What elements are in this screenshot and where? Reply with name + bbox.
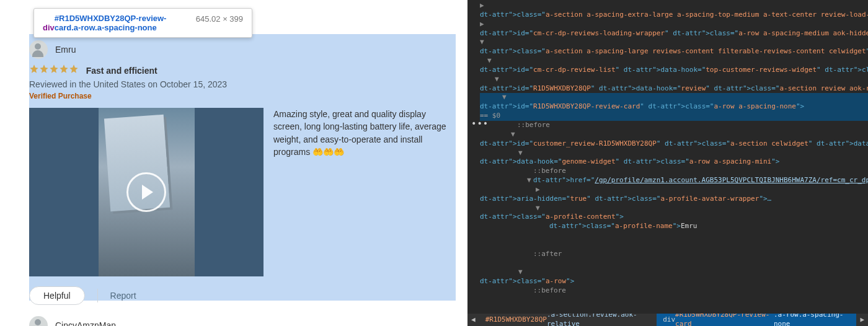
dom-pseudo[interactable]: ::before	[480, 121, 868, 130]
inspector-tooltip: div#R1D5WHXDBY28QP-review-card.a-row.a-s…	[33, 8, 252, 38]
review-actions: Helpful Report	[29, 286, 447, 305]
rating-title-row: Fast and efficient	[29, 64, 447, 76]
breadcrumb-item-selected[interactable]: div#R1D5WHXDBY28QP-review-card.a-row.a-s…	[657, 314, 856, 326]
dom-node[interactable]: ▶dt-attr">class="a-section a-spacing-ext…	[480, 1, 868, 20]
star-rating[interactable]	[29, 64, 79, 74]
dom-breadcrumb[interactable]: ◀ #R1D5WHXDBY28QP.a-section.review.aok-r…	[467, 314, 868, 326]
review-card[interactable]: Emru Fast and efficient Reviewed in the …	[29, 34, 456, 301]
inspector-tooltip-selector: div#R1D5WHXDBY28QP-review-card.a-row.a-s…	[43, 14, 179, 32]
avatar[interactable]	[29, 316, 48, 326]
star-icon	[39, 64, 49, 74]
breadcrumb-scroll-right-icon[interactable]: ▶	[856, 315, 868, 325]
star-icon	[69, 64, 79, 74]
dom-node[interactable]	[480, 240, 868, 250]
verified-purchase-badge: Verified Purchase	[29, 92, 447, 100]
tooltip-dimensions: 645.02 × 399	[196, 14, 243, 24]
dom-pseudo[interactable]: ::before	[480, 286, 868, 296]
dom-node[interactable]: ▼dt-attr">href="/gp/profile/amzn1.accoun…	[480, 176, 868, 185]
dom-pseudo[interactable]: ::after	[480, 250, 868, 259]
avatar[interactable]	[29, 40, 48, 59]
breadcrumb-item[interactable]: #R1D5WHXDBY28QP.a-section.review.aok-rel…	[479, 314, 657, 326]
profile-row[interactable]: Emru	[29, 40, 447, 59]
dom-node[interactable]: ▼dt-attr">class="a-section a-spacing-lar…	[480, 38, 868, 56]
dom-node[interactable]: ▼dt-attr">class="a-profile-content">	[480, 204, 868, 222]
dom-node[interactable]: ▶dt-attr">id="cm-cr-dp-reviews-loading-w…	[480, 20, 868, 38]
next-review-row[interactable]: CincvAmznMan	[29, 316, 116, 326]
profile-name[interactable]: Emru	[55, 45, 76, 55]
star-icon	[49, 64, 59, 74]
action-divider	[97, 289, 98, 302]
tooltip-tagname: div	[43, 23, 55, 32]
star-icon	[29, 64, 39, 74]
review-title[interactable]: Fast and efficient	[86, 66, 157, 76]
review-body-text: Amazing style, great and quality display…	[273, 108, 447, 276]
dom-pseudo[interactable]: ::before	[480, 167, 868, 176]
dom-node-selected[interactable]: ▼dt-attr">id="R1D5WHXDBY28QP-review-card…	[480, 93, 868, 121]
dom-node[interactable]: dt-attr">class="a-profile-name">Emru	[480, 222, 868, 231]
dom-node[interactable]	[480, 231, 868, 240]
dom-tree[interactable]: ▶dt-attr">class="a-section a-spacing-ext…	[480, 1, 868, 314]
review-inner: Emru Fast and efficient Reviewed in the …	[29, 34, 456, 310]
profile-name[interactable]: CincvAmznMan	[55, 320, 116, 326]
report-link[interactable]: Report	[110, 291, 136, 301]
dom-node[interactable]	[480, 259, 868, 268]
star-icon	[59, 64, 69, 74]
breadcrumb-scroll-left-icon[interactable]: ◀	[467, 315, 479, 325]
dom-node[interactable]: ▼dt-attr">id="cm-cr-dp-review-list" dt-a…	[480, 56, 868, 75]
helpful-button[interactable]: Helpful	[29, 286, 85, 305]
dom-node[interactable]: ▼dt-attr">id="R1D5WHXDBY28QP" dt-attr">d…	[480, 75, 868, 94]
dom-node[interactable]: ▼dt-attr">data-hook="genome-widget" dt-a…	[480, 149, 868, 167]
dom-node[interactable]: ▼dt-attr">id="customer_review-R1D5WHXDBY…	[480, 130, 868, 149]
dom-node[interactable]: ▼dt-attr">class="a-row">	[480, 268, 868, 286]
dom-node[interactable]: ▶dt-attr">aria-hidden="true" dt-attr">cl…	[480, 185, 868, 204]
devtools-elements-panel[interactable]: ••• ▶dt-attr">class="a-section a-spacing…	[467, 0, 868, 326]
page-viewport: div#R1D5WHXDBY28QP-review-card.a-row.a-s…	[0, 0, 467, 326]
play-icon[interactable]	[126, 172, 166, 212]
review-metadata: Reviewed in the United States on October…	[29, 79, 447, 89]
review-video-thumbnail[interactable]	[29, 108, 264, 276]
tooltip-selector: #R1D5WHXDBY28QP-review-card.a-row.a-spac…	[55, 14, 179, 32]
review-body-row: Amazing style, great and quality display…	[29, 108, 447, 276]
